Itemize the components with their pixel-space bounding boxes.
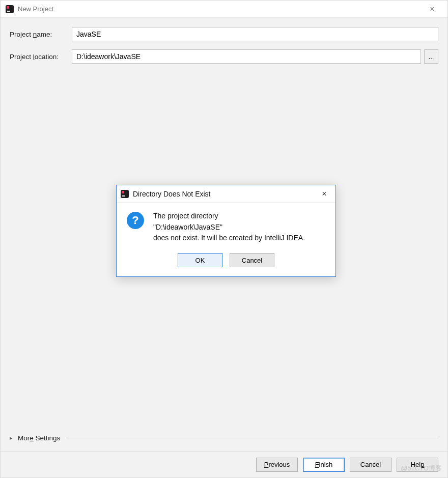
window-title: New Project bbox=[18, 5, 422, 13]
intellij-app-icon bbox=[121, 190, 129, 198]
svg-rect-4 bbox=[122, 191, 124, 193]
more-settings-label: More Settings bbox=[18, 434, 60, 442]
dialog-line3: does not exist. It will be created by In… bbox=[153, 233, 305, 244]
project-name-row: Project name: bbox=[10, 27, 438, 41]
browse-button[interactable]: ... bbox=[424, 49, 438, 64]
cancel-button[interactable]: Cancel bbox=[350, 458, 391, 472]
help-button[interactable]: Help bbox=[397, 458, 438, 472]
dialog-ok-button[interactable]: OK bbox=[178, 253, 222, 267]
dialog-cancel-button[interactable]: Cancel bbox=[230, 253, 274, 267]
window-close-button[interactable]: × bbox=[422, 5, 442, 14]
project-name-label: Project name: bbox=[10, 31, 72, 38]
svg-rect-2 bbox=[7, 11, 10, 12]
more-settings-toggle[interactable]: ▸ More Settings bbox=[10, 434, 438, 442]
finish-button[interactable]: Finish bbox=[303, 458, 345, 472]
project-location-label: Project location: bbox=[10, 53, 72, 61]
chevron-right-icon: ▸ bbox=[10, 435, 13, 441]
dialog-body: ? The project directory "D:\ideawork\Jav… bbox=[117, 203, 335, 250]
previous-button[interactable]: Previous bbox=[256, 458, 298, 472]
dialog-line2: "D:\ideawork\JavaSE" bbox=[153, 222, 305, 233]
dialog-title: Directory Does Not Exist bbox=[133, 190, 317, 198]
dialog-line1: The project directory bbox=[153, 211, 305, 222]
titlebar: New Project × bbox=[1, 1, 447, 18]
dialog-message: The project directory "D:\ideawork\JavaS… bbox=[153, 211, 305, 244]
project-name-input[interactable] bbox=[72, 27, 438, 41]
question-icon: ? bbox=[127, 212, 144, 229]
dialog-close-button[interactable]: × bbox=[317, 189, 331, 199]
svg-rect-1 bbox=[7, 6, 9, 9]
project-location-row: Project location: ... bbox=[10, 49, 438, 64]
directory-not-exist-dialog: Directory Does Not Exist × ? The project… bbox=[116, 185, 336, 277]
svg-rect-5 bbox=[122, 195, 125, 196]
dialog-buttons: OK Cancel bbox=[117, 250, 335, 276]
project-location-input[interactable] bbox=[72, 49, 421, 64]
divider bbox=[66, 438, 438, 438]
dialog-titlebar: Directory Does Not Exist × bbox=[117, 185, 335, 203]
intellij-app-icon bbox=[6, 5, 14, 13]
footer-bar: Previous Finish Cancel Help bbox=[1, 451, 447, 477]
